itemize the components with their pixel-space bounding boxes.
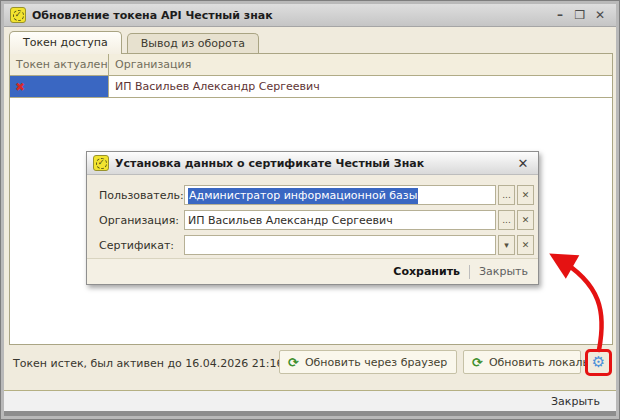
token-status-text: Токен истек, был активен до 16.04.2026 2… bbox=[13, 357, 301, 370]
maximize-button[interactable]: ❒ bbox=[570, 6, 590, 24]
tab-withdrawal[interactable]: Вывод из оборота bbox=[127, 33, 259, 54]
table-row[interactable]: ✖ ИП Васильев Александр Сергеевич bbox=[10, 76, 612, 98]
dialog-close-text-button[interactable]: Закрыть bbox=[479, 265, 528, 278]
user-field[interactable]: Администратор информационной базы bbox=[184, 185, 496, 205]
certificate-dropdown-button[interactable]: ▾ bbox=[498, 235, 515, 255]
organization-lookup-button[interactable]: ... bbox=[498, 210, 515, 230]
gear-icon: ⚙ bbox=[592, 355, 605, 370]
app-logo-icon: ✓ bbox=[10, 7, 26, 23]
app-logo-check: ✓ bbox=[13, 10, 24, 21]
window-frame-right bbox=[616, 1, 619, 420]
organization-clear-button[interactable]: ✕ bbox=[517, 210, 534, 230]
tab-access-token[interactable]: Токен доступа bbox=[9, 31, 122, 54]
dialog-close-button[interactable]: ✕ bbox=[514, 156, 532, 171]
organization-cell[interactable]: ИП Васильев Александр Сергеевич bbox=[109, 76, 612, 97]
token-valid-cell[interactable]: ✖ bbox=[10, 76, 109, 97]
close-window-button[interactable]: Закрыть bbox=[551, 395, 600, 408]
column-header-token-valid[interactable]: Токен актуален bbox=[10, 54, 109, 75]
certificate-clear-button[interactable]: ✕ bbox=[517, 235, 534, 255]
certificate-field-label: Сертификат: bbox=[99, 239, 174, 252]
window-frame-bottom bbox=[1, 416, 620, 419]
organization-field-value: ИП Васильев Александр Сергеевич bbox=[188, 214, 393, 227]
app-logo-icon: ✓ bbox=[93, 155, 109, 171]
refresh-via-browser-label: Обновить через браузер bbox=[305, 356, 447, 369]
minimize-button[interactable]: – bbox=[550, 6, 570, 24]
token-invalid-icon: ✖ bbox=[15, 81, 25, 93]
dialog-title: Установка данных о сертификате Честный З… bbox=[115, 157, 514, 170]
user-field-label: Пользователь: bbox=[99, 189, 184, 202]
app-window: ✓ Обновление токена API Честный знак – ❒… bbox=[0, 0, 620, 420]
refresh-via-browser-button[interactable]: ⟳ Обновить через браузер bbox=[279, 350, 457, 374]
organization-field-row: Организация: ИП Васильев Александр Серге… bbox=[87, 210, 538, 230]
organization-field[interactable]: ИП Васильев Александр Сергеевич bbox=[184, 210, 496, 230]
refresh-icon: ⟳ bbox=[472, 356, 483, 369]
certificate-field[interactable] bbox=[184, 235, 496, 255]
tab-access-token-label: Токен доступа bbox=[23, 36, 108, 49]
user-field-row: Пользователь: Администратор информационн… bbox=[87, 185, 538, 205]
app-logo-check: ✓ bbox=[96, 158, 107, 169]
refresh-icon: ⟳ bbox=[288, 356, 299, 369]
tab-withdrawal-label: Вывод из оборота bbox=[141, 37, 245, 50]
column-header-organization[interactable]: Организация bbox=[109, 54, 612, 75]
footer-divider bbox=[469, 265, 470, 279]
table-header-row: Токен актуален Организация bbox=[10, 54, 612, 76]
window-title: Обновление токена API Честный знак bbox=[32, 9, 550, 22]
bottom-bar: Закрыть bbox=[4, 390, 616, 411]
user-clear-button[interactable]: ✕ bbox=[517, 185, 534, 205]
close-button[interactable]: ✕ bbox=[590, 6, 610, 24]
window-frame-left bbox=[1, 1, 4, 420]
refresh-locally-button[interactable]: ⟳ Обновить локально bbox=[463, 350, 581, 374]
status-strip: Токен истек, был активен до 16.04.2026 2… bbox=[9, 346, 611, 389]
dialog-footer: Сохранить Закрыть bbox=[87, 258, 538, 284]
settings-gear-button[interactable]: ⚙ bbox=[585, 349, 612, 376]
window-titlebar: ✓ Обновление токена API Честный знак – ❒… bbox=[4, 4, 616, 27]
tab-strip: Токен доступа Вывод из оборота bbox=[9, 31, 611, 54]
user-lookup-button[interactable]: ... bbox=[498, 185, 515, 205]
dialog-titlebar: ✓ Установка данных о сертификате Честный… bbox=[87, 152, 538, 175]
user-field-value: Администратор информационной базы bbox=[188, 188, 418, 204]
save-button[interactable]: Сохранить bbox=[393, 265, 460, 278]
certificate-field-row: Сертификат: ▾ ✕ bbox=[87, 235, 538, 255]
dialog-body: Пользователь: Администратор информационн… bbox=[87, 175, 538, 259]
certificate-dialog: ✓ Установка данных о сертификате Честный… bbox=[86, 151, 539, 285]
organization-field-label: Организация: bbox=[99, 214, 179, 227]
